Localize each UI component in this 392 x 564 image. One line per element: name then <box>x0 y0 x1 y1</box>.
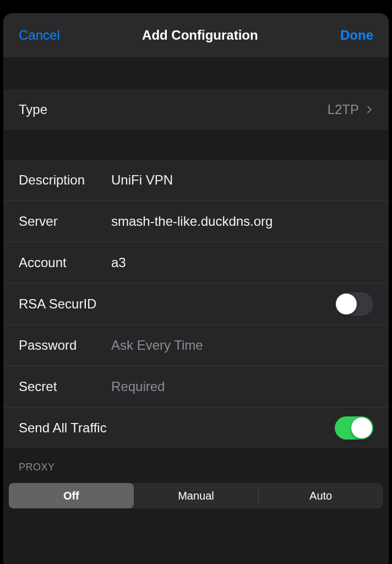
rsa-row: RSA SecurID <box>3 283 389 324</box>
type-group: Type L2TP <box>3 89 389 130</box>
send-all-toggle[interactable] <box>335 416 373 440</box>
server-label: Server <box>19 214 111 229</box>
description-label: Description <box>19 172 111 188</box>
rsa-label: RSA SecurID <box>19 296 335 312</box>
server-row[interactable]: Server smash-the-like.duckdns.org <box>3 200 389 242</box>
account-value[interactable]: a3 <box>111 255 373 270</box>
nav-bar: Cancel Add Configuration Done <box>3 13 389 57</box>
toggle-knob <box>336 294 357 314</box>
type-value: L2TP <box>328 102 359 117</box>
password-row[interactable]: Password Ask Every Time <box>3 324 389 366</box>
proxy-option-manual[interactable]: Manual <box>134 483 259 508</box>
server-value[interactable]: smash-the-like.duckdns.org <box>111 214 373 229</box>
page-title: Add Configuration <box>142 28 258 43</box>
proxy-header: Proxy <box>3 448 389 479</box>
password-label: Password <box>19 338 111 353</box>
spacer <box>3 57 389 89</box>
description-value[interactable]: UniFi VPN <box>111 172 373 188</box>
type-label: Type <box>19 102 328 117</box>
proxy-segmented-control[interactable]: OffManualAuto <box>9 483 383 508</box>
settings-sheet: Cancel Add Configuration Done Type L2TP … <box>3 13 389 564</box>
done-button[interactable]: Done <box>340 28 373 43</box>
cancel-button[interactable]: Cancel <box>19 28 60 43</box>
description-row[interactable]: Description UniFi VPN <box>3 160 389 200</box>
proxy-segment-wrap: OffManualAuto <box>3 479 389 514</box>
account-row[interactable]: Account a3 <box>3 242 389 283</box>
send-all-label: Send All Traffic <box>19 420 335 436</box>
chevron-right-icon <box>366 106 373 113</box>
send-all-row: Send All Traffic <box>3 407 389 448</box>
secret-placeholder[interactable]: Required <box>111 379 373 394</box>
secret-label: Secret <box>19 379 111 394</box>
spacer <box>3 130 389 160</box>
proxy-option-off[interactable]: Off <box>9 483 134 508</box>
password-placeholder[interactable]: Ask Every Time <box>111 338 373 353</box>
proxy-option-auto[interactable]: Auto <box>258 483 383 508</box>
rsa-toggle[interactable] <box>335 292 373 316</box>
account-label: Account <box>19 255 111 270</box>
secret-row[interactable]: Secret Required <box>3 366 389 407</box>
toggle-knob <box>351 417 372 438</box>
type-row[interactable]: Type L2TP <box>3 89 389 130</box>
vpn-fields-group: Description UniFi VPN Server smash-the-l… <box>3 160 389 448</box>
type-value-wrap: L2TP <box>328 102 373 117</box>
